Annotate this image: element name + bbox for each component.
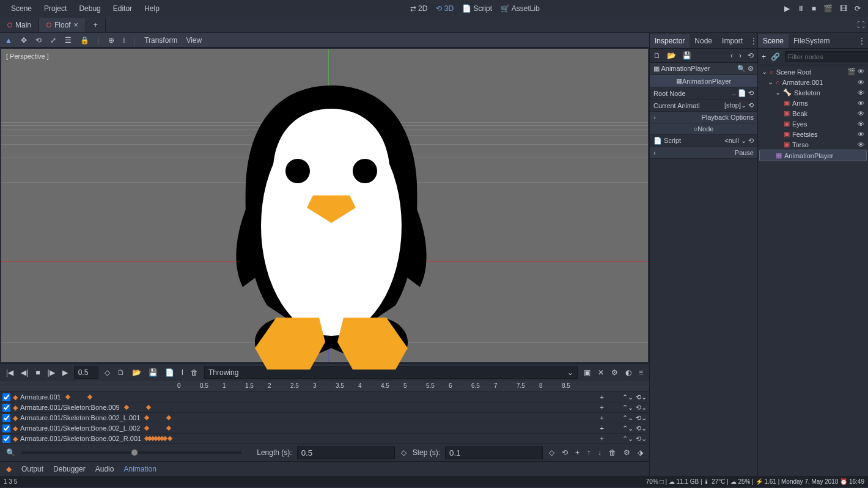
transform-menu[interactable]: Transform	[144, 36, 177, 45]
track-row[interactable]: ◆Armature.001/Skeleton:Bone.002_L.002+⌃⌄…	[0, 423, 649, 434]
track-loop-icon[interactable]: ⟲⌄	[636, 435, 647, 443]
instance-icon[interactable]: 🎬	[847, 68, 856, 75]
anim-blend-icon[interactable]: ◐	[624, 368, 633, 377]
zoom-icon[interactable]: 🔍	[5, 448, 17, 457]
insp-save-icon[interactable]: 💾	[682, 51, 691, 60]
tab-audio[interactable]: Audio	[95, 465, 114, 473]
section-playback[interactable]: › Playback Options	[650, 112, 757, 123]
node-torso[interactable]: ▣ Torso👁	[759, 139, 867, 150]
anim-save-icon[interactable]: 💾	[147, 368, 159, 377]
loop-icon[interactable]: ⟲	[561, 448, 569, 457]
move-up-icon[interactable]: ↑	[586, 448, 592, 457]
remove-track-icon[interactable]: 🗑	[608, 448, 617, 457]
node-beak[interactable]: ▣ Beak👁	[759, 108, 867, 118]
menu-scene[interactable]: Scene	[5, 2, 38, 15]
section-pause[interactable]: › Pause	[650, 147, 757, 159]
scale-tool-icon[interactable]: ⤢	[50, 36, 56, 45]
anim-tool-icon[interactable]: ≡	[638, 368, 644, 377]
tab-floof[interactable]: Floof ×	[39, 18, 86, 32]
tab-import[interactable]: Import	[717, 34, 748, 48]
visibility-icon[interactable]: 👁	[858, 120, 864, 128]
track-enable-checkbox[interactable]	[2, 424, 10, 432]
track-enable-checkbox[interactable]	[2, 404, 10, 412]
anim-settings-icon[interactable]: ⚙	[610, 368, 619, 377]
list-tool-icon[interactable]: ☰	[65, 36, 72, 45]
play-scene-button[interactable]: 🎬	[823, 4, 833, 13]
scene-menu-icon[interactable]: ⋮	[856, 34, 868, 48]
track-loop-icon[interactable]: ⟲⌄	[636, 424, 647, 432]
tab-main[interactable]: Main	[0, 18, 39, 32]
add-tab-button[interactable]: +	[86, 18, 106, 32]
visibility-icon[interactable]: 👁	[858, 89, 864, 97]
anim-open-icon[interactable]: 📂	[131, 368, 142, 377]
tab-animation[interactable]: Animation	[123, 465, 156, 473]
filter-nodes-input[interactable]	[785, 51, 868, 62]
node-scene-root[interactable]: ⌄ ○ Scene Root🎬 👁	[759, 67, 867, 77]
anim-copy-icon[interactable]: 📄	[164, 368, 175, 377]
track-enable-checkbox[interactable]	[2, 414, 10, 422]
menu-debug[interactable]: Debug	[73, 2, 106, 15]
visibility-icon[interactable]: 👁	[858, 100, 864, 107]
track-interp-icon[interactable]: ⌃⌄	[622, 404, 633, 412]
mode-3d[interactable]: ⟲ 3D	[436, 4, 454, 13]
mode-2d[interactable]: ⇄ 2D	[410, 4, 428, 13]
insp-props-icon[interactable]: ⚙	[748, 65, 754, 72]
track-add-key-icon[interactable]: +	[600, 414, 604, 421]
anim-next-icon[interactable]: |▶	[46, 368, 56, 377]
anim-new-icon[interactable]: 🗋	[116, 368, 126, 377]
node-armature[interactable]: ⌄ ○ Armature.001👁	[759, 77, 867, 87]
rotate-tool-icon[interactable]: ⟲	[35, 36, 42, 45]
zoom-slider[interactable]	[21, 451, 241, 454]
anim-rename-icon[interactable]: I	[180, 368, 185, 377]
step-field[interactable]	[445, 446, 543, 459]
tab-output[interactable]: Output	[21, 465, 43, 473]
track-interp-icon[interactable]: ⌃⌄	[622, 393, 633, 401]
node-arms[interactable]: ▣ Arms👁	[759, 98, 867, 108]
track-interp-icon[interactable]: ⌃⌄	[622, 424, 633, 432]
tab-debugger[interactable]: Debugger	[53, 465, 86, 473]
visibility-icon[interactable]: 👁	[858, 110, 864, 117]
anim-play-icon[interactable]: ▶	[61, 368, 69, 377]
tab-node[interactable]: Node	[690, 34, 717, 48]
play-custom-button[interactable]: 🎞	[840, 4, 847, 13]
tab-inspector[interactable]: Inspector	[650, 34, 690, 48]
tab-scene[interactable]: Scene	[758, 34, 789, 48]
track-row[interactable]: ◆Armature.001/Skeleton:Bone.002_R.001+⌃⌄…	[0, 434, 649, 444]
track-snap-icon[interactable]: ⬗	[636, 448, 644, 457]
add-track-icon[interactable]: +	[574, 448, 581, 457]
track-add-key-icon[interactable]: +	[600, 393, 604, 401]
link-node-icon[interactable]: 🔗	[771, 53, 780, 61]
track-row[interactable]: ◆Armature.001+⌃⌄⟲⌄	[0, 392, 649, 402]
capture-button[interactable]: ⟳	[855, 4, 861, 13]
anim-prev-icon[interactable]: ◀|	[20, 368, 29, 377]
pause-button[interactable]: ⏸	[797, 4, 804, 13]
insp-back-icon[interactable]: ‹	[730, 51, 733, 60]
anim-autoplay-icon[interactable]: ▣	[583, 368, 592, 377]
snap-icon[interactable]: ⁞	[123, 36, 125, 45]
anim-spinner-icon[interactable]: ◇	[103, 368, 111, 377]
node-skeleton[interactable]: ⌄ 🦴 Skeleton👁	[759, 87, 867, 98]
step-spinner-icon[interactable]: ◇	[548, 448, 556, 457]
node-animationplayer[interactable]: ▦ AnimationPlayer	[759, 150, 867, 161]
insp-fwd-icon[interactable]: ›	[739, 51, 741, 60]
visibility-icon[interactable]: 👁	[858, 79, 864, 86]
menu-project[interactable]: Project	[38, 2, 73, 15]
insp-open-icon[interactable]: 📂	[667, 51, 676, 60]
track-add-key-icon[interactable]: +	[600, 424, 604, 432]
local-coords-icon[interactable]: ⊕	[108, 36, 114, 45]
track-interp-icon[interactable]: ⌃⌄	[622, 435, 633, 443]
length-spinner-icon[interactable]: ◇	[400, 448, 408, 457]
view-menu[interactable]: View	[186, 36, 202, 45]
close-tab-icon[interactable]: ×	[74, 21, 78, 29]
timeline-ruler[interactable]: 0 0.5 1 1.5 2 2.5 3 3.5 4 4.5 5 5.5 6 6.…	[0, 381, 649, 392]
node-eyes[interactable]: ▣ Eyes👁	[759, 118, 867, 129]
tab-filesystem[interactable]: FileSystem	[789, 34, 834, 48]
mode-script[interactable]: 📄 Script	[462, 4, 492, 13]
track-enable-checkbox[interactable]	[2, 393, 10, 401]
select-tool-icon[interactable]: ▲	[5, 36, 12, 45]
node-feetsies[interactable]: ▣ Feetsies👁	[759, 129, 867, 139]
insp-search-icon[interactable]: 🔍	[737, 65, 746, 72]
anim-stop-icon[interactable]: ■	[34, 368, 41, 377]
menu-help[interactable]: Help	[138, 2, 166, 15]
prop-script[interactable]: 📄 Script<null ⌄ ⟲	[650, 135, 757, 147]
